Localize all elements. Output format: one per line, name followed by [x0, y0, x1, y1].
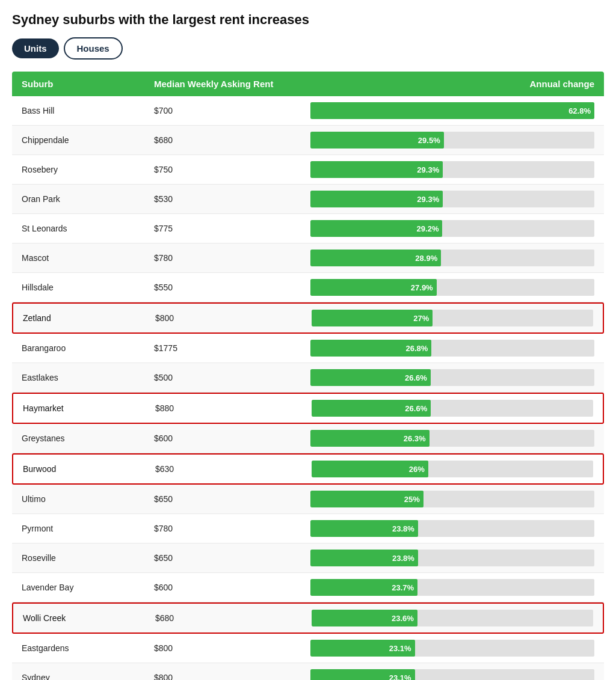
bar-track: 23.8%	[310, 550, 594, 566]
table-row: Lavender Bay $600 23.7%	[12, 573, 604, 602]
page-title: Sydney suburbs with the largest rent inc…	[12, 12, 604, 28]
bar-fill: 23.1%	[310, 640, 415, 657]
bar-fill: 23.8%	[310, 550, 418, 566]
rent-value: $650	[154, 494, 310, 504]
bar-cell: 23.8%	[310, 550, 594, 566]
bar-track: 29.3%	[310, 161, 594, 178]
header-change: Annual change	[310, 79, 594, 89]
bar-track: 29.3%	[310, 191, 594, 207]
rent-value: $700	[154, 106, 310, 115]
suburb-name: Lavender Bay	[22, 583, 154, 592]
suburb-name: Roseville	[22, 553, 154, 563]
bar-track: 26.3%	[310, 430, 594, 447]
bar-cell: 26.3%	[310, 430, 594, 447]
table-row: Oran Park $530 29.3%	[12, 185, 604, 214]
bar-label: 29.3%	[417, 195, 439, 204]
bar-fill: 23.8%	[310, 520, 418, 537]
bar-track: 26%	[312, 461, 593, 477]
bar-track: 29.5%	[310, 132, 594, 149]
table-body: Bass Hill $700 62.8% Chippendale $680 29…	[12, 96, 604, 680]
tab-bar: Units Houses	[12, 37, 604, 60]
rent-value: $780	[154, 524, 310, 533]
bar-fill: 27.9%	[310, 279, 437, 296]
bar-fill: 26.6%	[310, 369, 431, 386]
bar-fill: 29.3%	[310, 161, 443, 178]
bar-track: 27.9%	[310, 279, 594, 296]
table-row: Hillsdale $550 27.9%	[12, 273, 604, 302]
bar-track: 23.1%	[310, 669, 594, 680]
bar-label: 27%	[413, 314, 429, 323]
table-row: Roseville $650 23.8%	[12, 544, 604, 573]
bar-label: 26.8%	[406, 344, 428, 353]
table-row: Chippendale $680 29.5%	[12, 126, 604, 155]
suburb-name: Barangaroo	[22, 343, 154, 353]
rent-value: $775	[154, 224, 310, 233]
suburb-name: Zetland	[23, 313, 155, 323]
bar-cell: 23.1%	[310, 640, 594, 657]
bar-label: 26.6%	[405, 404, 427, 413]
suburb-name: Haymarket	[23, 403, 155, 413]
bar-cell: 26%	[312, 461, 593, 477]
bar-fill: 26.6%	[312, 400, 431, 417]
suburb-name: Oran Park	[22, 194, 154, 204]
bar-label: 23.1%	[389, 644, 411, 653]
rent-value: $680	[155, 613, 312, 623]
suburb-name: Bass Hill	[22, 106, 154, 115]
bar-fill: 29.2%	[310, 220, 442, 237]
rent-value: $600	[154, 433, 310, 443]
suburb-name: Greystanes	[22, 433, 154, 443]
tab-units[interactable]: Units	[12, 38, 59, 58]
rent-value: $780	[154, 253, 310, 263]
bar-cell: 23.7%	[310, 579, 594, 596]
bar-label: 23.8%	[392, 524, 414, 533]
bar-fill: 23.6%	[312, 610, 417, 626]
bar-track: 26.6%	[312, 400, 593, 417]
bar-cell: 29.3%	[310, 191, 594, 207]
table-row: Pyrmont $780 23.8%	[12, 514, 604, 544]
bar-cell: 26.6%	[310, 369, 594, 386]
tab-houses[interactable]: Houses	[64, 37, 123, 60]
rent-value: $800	[154, 673, 310, 680]
table-row: Bass Hill $700 62.8%	[12, 96, 604, 126]
table-header: Suburb Median Weekly Asking Rent Annual …	[12, 72, 604, 96]
bar-track: 23.7%	[310, 579, 594, 596]
bar-cell: 26.8%	[310, 340, 594, 357]
bar-fill: 23.7%	[310, 579, 417, 596]
table-row: Barangaroo $1775 26.8%	[12, 334, 604, 363]
table-row: Mascot $780 28.9%	[12, 244, 604, 273]
suburb-name: Wolli Creek	[23, 613, 155, 623]
bar-fill: 26.8%	[310, 340, 431, 357]
bar-fill: 29.5%	[310, 132, 444, 149]
bar-cell: 28.9%	[310, 250, 594, 266]
bar-track: 26.6%	[310, 369, 594, 386]
bar-track: 23.1%	[310, 640, 594, 657]
bar-label: 23.1%	[389, 673, 411, 681]
bar-label: 29.3%	[417, 165, 439, 174]
bar-label: 23.6%	[392, 614, 414, 623]
data-table: Suburb Median Weekly Asking Rent Annual …	[12, 72, 604, 680]
table-row: Wolli Creek $680 23.6%	[12, 602, 604, 634]
suburb-name: Eastgardens	[22, 643, 154, 653]
bar-label: 29.5%	[418, 136, 440, 145]
table-row: Zetland $800 27%	[12, 302, 604, 334]
header-rent: Median Weekly Asking Rent	[154, 79, 310, 89]
bar-label: 25%	[404, 495, 420, 504]
suburb-name: Chippendale	[22, 135, 154, 145]
bar-fill: 27%	[312, 310, 433, 326]
suburb-name: Eastlakes	[22, 373, 154, 382]
table-row: Greystanes $600 26.3%	[12, 424, 604, 453]
rent-value: $680	[154, 135, 310, 145]
suburb-name: Sydney	[22, 673, 154, 680]
table-row: Eastgardens $800 23.1%	[12, 634, 604, 663]
suburb-name: Burwood	[23, 464, 155, 474]
rent-value: $750	[154, 165, 310, 174]
bar-track: 26.8%	[310, 340, 594, 357]
bar-track: 62.8%	[310, 102, 594, 119]
rent-value: $550	[154, 283, 310, 292]
bar-label: 26%	[409, 465, 425, 474]
suburb-name: Pyrmont	[22, 524, 154, 533]
rent-value: $600	[154, 583, 310, 592]
bar-fill: 29.3%	[310, 191, 443, 207]
table-row: Rosebery $750 29.3%	[12, 155, 604, 185]
bar-label: 29.2%	[417, 224, 439, 233]
